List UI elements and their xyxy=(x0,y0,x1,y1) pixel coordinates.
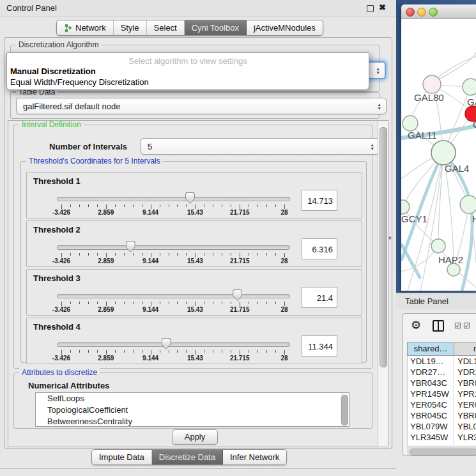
table-row[interactable]: YER054CYER0 xyxy=(408,399,476,410)
tab-discretize-data[interactable]: Discretize Data xyxy=(152,450,223,464)
column-header-shared-name[interactable]: shared… xyxy=(408,342,454,355)
tick-label: 28 xyxy=(280,209,288,216)
scrollbar-thumb[interactable] xyxy=(341,395,348,426)
slider-tick xyxy=(142,350,142,353)
slider-tick xyxy=(133,204,134,207)
combo-stepper-icon[interactable]: ▲▼ xyxy=(378,103,381,110)
cell-name[interactable]: YBL0 xyxy=(454,421,476,432)
slider-track[interactable] xyxy=(57,294,290,298)
checkbox-icon[interactable]: ☑ xyxy=(463,321,470,330)
table-row[interactable]: YDR27…YDR2 xyxy=(408,367,476,378)
close-icon[interactable]: ✖ xyxy=(379,3,386,12)
slider-tick xyxy=(169,302,169,304)
cell-shared-name[interactable]: YLR345W xyxy=(408,432,454,443)
node-gcy1[interactable] xyxy=(401,200,410,214)
cell-name[interactable]: YDL1 xyxy=(454,356,476,367)
cell-name[interactable]: YPR1 xyxy=(454,388,476,399)
threshold-value-field[interactable]: 6.316 xyxy=(302,238,337,259)
slider-tick xyxy=(124,204,125,207)
table-row[interactable]: YIL052CYIL0 xyxy=(408,443,476,445)
table-data-combobox[interactable]: galFiltered.sif default node ▲▼ xyxy=(16,98,387,114)
cell-name[interactable]: YBR0 xyxy=(454,410,476,421)
num-intervals-combobox[interactable]: 5 ▲▼ xyxy=(141,138,380,155)
minimize-traffic-light-icon[interactable] xyxy=(417,8,426,17)
cell-shared-name[interactable]: YBR045C xyxy=(408,410,454,421)
tab-cyni-toolbox[interactable]: Cyni Toolbox xyxy=(185,20,247,35)
slider-thumb[interactable] xyxy=(162,338,171,349)
threshold-value-field[interactable]: 11.344 xyxy=(302,335,337,357)
slider-thumb[interactable] xyxy=(185,192,195,204)
list-item[interactable]: TopologicalCoefficient xyxy=(36,404,349,416)
list-item[interactable]: BetweennessCentrality xyxy=(36,416,349,427)
tab-style[interactable]: Style xyxy=(114,20,147,35)
tab-network[interactable]: Network xyxy=(57,20,114,35)
dropdown-option-manual[interactable]: Manual Discretization xyxy=(10,66,366,76)
table-row[interactable]: YBL079WYBL0 xyxy=(408,421,476,432)
slider-track[interactable] xyxy=(57,197,290,201)
close-traffic-light-icon[interactable] xyxy=(406,8,415,17)
cell-name[interactable]: YIL0 xyxy=(454,443,476,445)
column-header-name[interactable]: n xyxy=(454,342,476,355)
threshold-value-field[interactable]: 21.4 xyxy=(302,287,337,308)
slider-track[interactable] xyxy=(57,245,290,250)
threshold-box: Threshold 2-3.4262.8599.14415.4321.71528… xyxy=(26,220,362,267)
combo-stepper-icon[interactable]: ▲▼ xyxy=(371,143,374,150)
table-row[interactable]: YBR043CYBR0 xyxy=(408,378,476,388)
slider-tick xyxy=(186,253,187,256)
cell-name[interactable]: YBR0 xyxy=(454,378,476,388)
bottom-tab-bar: Impute Data Discretize Data Infer Networ… xyxy=(91,449,287,465)
tab-impute-data[interactable]: Impute Data xyxy=(92,450,152,464)
network-window-titlebar[interactable] xyxy=(401,4,476,19)
float-window-icon[interactable] xyxy=(367,5,374,12)
scrollbar-thumb[interactable] xyxy=(410,449,476,456)
cell-name[interactable]: YDR2 xyxy=(454,367,476,378)
cell-name[interactable]: YER0 xyxy=(454,399,476,410)
table-row[interactable]: YBR045CYBR0 xyxy=(408,410,476,421)
node-hap2[interactable] xyxy=(431,239,445,253)
slider-tick xyxy=(177,350,178,353)
table-horizontal-scrollbar[interactable] xyxy=(407,447,476,456)
apply-button[interactable]: Apply xyxy=(172,429,218,445)
table-row[interactable]: YLR345WYLR3 xyxy=(408,432,476,443)
slider-tick xyxy=(240,350,240,355)
combo-value: galFiltered.sif default node xyxy=(23,102,120,111)
cell-shared-name[interactable]: YBL079W xyxy=(408,421,454,432)
list-item[interactable]: SelfLoops xyxy=(36,393,349,404)
table-row[interactable]: YPR145WYPR1 xyxy=(408,388,476,399)
cell-name[interactable]: YLR3 xyxy=(454,432,476,443)
slider-thumb[interactable] xyxy=(126,241,135,252)
cell-shared-name[interactable]: YPR145W xyxy=(408,388,454,399)
tab-jactivemnodules[interactable]: jActiveMNodules xyxy=(247,20,323,35)
slider-tick xyxy=(88,253,89,256)
gear-icon[interactable]: ⚙ xyxy=(411,318,421,332)
tab-select[interactable]: Select xyxy=(147,20,185,35)
node-label: GAL4 xyxy=(445,163,469,174)
network-canvas[interactable]: GAL80 GA C GAL11 GAL4 GCY1 H HAP2 xyxy=(401,19,476,291)
cell-shared-name[interactable]: YIL052C xyxy=(408,443,454,445)
column-layout-icon[interactable] xyxy=(433,320,444,332)
cell-shared-name[interactable]: YER054C xyxy=(408,399,454,410)
cell-shared-name[interactable]: YBR043C xyxy=(408,378,454,388)
listbox-scrollbar[interactable] xyxy=(341,394,348,426)
node-ga[interactable] xyxy=(463,79,476,95)
zoom-traffic-light-icon[interactable] xyxy=(429,8,438,17)
node-h[interactable] xyxy=(460,196,476,213)
node-gal80[interactable] xyxy=(423,75,441,93)
table-row[interactable]: YDL19…YDL1 xyxy=(408,356,476,367)
cell-shared-name[interactable]: YDR27… xyxy=(408,367,454,378)
node-label: HAP2 xyxy=(438,254,463,265)
dropdown-option-equal-width[interactable]: Equal Width/Frequency Discretization xyxy=(10,77,366,87)
scrollbar-thumb[interactable] xyxy=(380,127,387,367)
combo-stepper-icon[interactable]: ▲▼ xyxy=(376,67,380,74)
node-label: C xyxy=(473,119,476,130)
slider-track[interactable] xyxy=(57,342,290,347)
threshold-value-field[interactable]: 14.713 xyxy=(302,190,337,211)
node-gal11[interactable] xyxy=(403,116,418,131)
tab-infer-network[interactable]: Infer Network xyxy=(223,450,286,464)
node-bottom[interactable] xyxy=(447,263,460,276)
checkbox-icon[interactable]: ☑ xyxy=(454,321,461,330)
cell-shared-name[interactable]: YDL19… xyxy=(408,356,454,367)
node-gal4[interactable] xyxy=(431,141,456,165)
settings-vertical-scrollbar[interactable] xyxy=(378,121,388,447)
slider-thumb[interactable] xyxy=(233,289,242,301)
